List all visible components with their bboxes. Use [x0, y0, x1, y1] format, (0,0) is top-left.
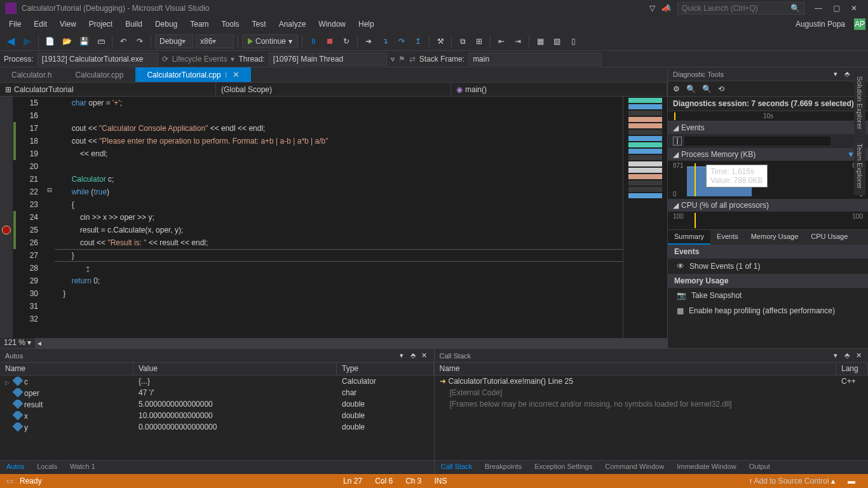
menu-tools[interactable]: Tools — [215, 18, 246, 30]
bottom-tab-command-window[interactable]: Command Window — [599, 461, 670, 474]
indent-less[interactable]: ⇤ — [494, 34, 508, 48]
tool-btn-1[interactable]: ⧉ — [456, 34, 470, 48]
autos-grid[interactable]: ▷c{...}Calculatoroper47 '/'charresult5.0… — [0, 376, 434, 460]
memory-chart[interactable]: 871 871 0 0 Time: 1.615s Value: 788.0KB — [668, 161, 868, 199]
callstack-close[interactable]: ✕ — [854, 351, 863, 360]
step-over-button[interactable]: ↷ — [395, 34, 409, 48]
callstack-pin[interactable]: ⬘ — [843, 351, 851, 360]
fold-margin[interactable]: ⊟ — [44, 97, 55, 338]
bottom-tab-autos[interactable]: Autos — [0, 461, 31, 474]
nav-back[interactable]: ◀ — [4, 34, 18, 48]
callstack-row[interactable]: ➜CalculatorTutorial.exe!main() Line 25C+… — [435, 376, 869, 387]
flag-threads[interactable]: ▿ — [391, 55, 395, 64]
menu-edit[interactable]: Edit — [27, 18, 53, 30]
menu-window[interactable]: Window — [312, 18, 352, 30]
menu-help[interactable]: Help — [352, 18, 381, 30]
menu-build[interactable]: Build — [119, 18, 149, 30]
function-combo[interactable]: ◉main() — [451, 83, 667, 96]
diag-tab-cpu-usage[interactable]: CPU Usage — [804, 230, 854, 245]
new-project-button[interactable]: 📄 — [43, 34, 57, 48]
autos-pin[interactable]: ⬘ — [409, 351, 417, 360]
menu-analyze[interactable]: Analyze — [273, 18, 313, 30]
autos-row[interactable]: x10.000000000000000double — [0, 410, 434, 421]
bottom-tab-breakpoints[interactable]: Breakpoints — [478, 461, 528, 474]
toggle-threads[interactable]: ⇄ — [409, 55, 416, 64]
feedback-icon[interactable]: 📣 — [661, 4, 671, 13]
minimap[interactable] — [623, 97, 667, 338]
cpu-chart[interactable]: 100 100 — [668, 212, 868, 229]
autos-row[interactable]: y0.00000000000000000double — [0, 421, 434, 433]
process-combo[interactable]: [19132] CalculatorTutorial.exe — [37, 53, 158, 65]
user-name[interactable]: Augustin Popa — [796, 20, 850, 29]
bottom-tab-output[interactable]: Output — [743, 461, 776, 474]
close-button[interactable]: ✕ — [845, 4, 863, 13]
autos-close[interactable]: ✕ — [420, 351, 429, 360]
diag-tab-events[interactable]: Events — [710, 230, 745, 245]
callstack-row[interactable]: [External Code] — [435, 387, 869, 398]
bookmark-button[interactable]: ▯ — [566, 34, 580, 48]
diag-timeline[interactable]: 10s — [668, 111, 868, 121]
user-avatar[interactable]: AP — [854, 18, 865, 30]
thread-combo[interactable]: [10976] Main Thread — [269, 53, 387, 65]
gear-icon[interactable]: ⚙ — [673, 85, 680, 93]
stop-button[interactable] — [323, 34, 337, 48]
solution-explorer-tab[interactable]: Solution Explorer — [854, 70, 865, 136]
comment-button[interactable]: ▦ — [533, 34, 547, 48]
quick-launch-input[interactable] — [682, 4, 790, 13]
heap-profiling-link[interactable]: ▦Enable heap profiling (affects performa… — [668, 303, 868, 318]
horizontal-scrollbar[interactable]: 121 % ▾ ◂ — [0, 338, 667, 348]
zoom-level[interactable]: 121 % ▾ — [0, 338, 35, 348]
indent-more[interactable]: ⇥ — [511, 34, 525, 48]
memory-header[interactable]: ◢Process Memory (KB)▼ — [668, 148, 868, 161]
diag-tab-memory-usage[interactable]: Memory Usage — [745, 230, 805, 245]
step-into-button[interactable]: ↴ — [378, 34, 392, 48]
tab-Calculator-cpp[interactable]: Calculator.cpp — [64, 67, 135, 82]
autos-row[interactable]: ▷c{...}Calculator — [0, 376, 434, 387]
autos-row[interactable]: result5.0000000000000000double — [0, 398, 434, 410]
tool-btn-2[interactable]: ⊞ — [472, 34, 486, 48]
redo-button[interactable]: ↷ — [133, 34, 147, 48]
break-all-button[interactable]: ⏸ — [306, 34, 320, 48]
nav-fwd[interactable]: ▶ — [20, 34, 34, 48]
maximize-button[interactable]: ▢ — [827, 4, 845, 13]
open-file-button[interactable]: 📂 — [60, 34, 74, 48]
menu-debug[interactable]: Debug — [149, 18, 184, 30]
cpu-header[interactable]: ◢CPU (% of all processors) — [668, 199, 868, 212]
reset-zoom-icon[interactable]: ⟲ — [718, 85, 724, 93]
scope-combo[interactable]: (Global Scope) — [216, 83, 451, 96]
stackframe-combo[interactable]: main — [468, 53, 602, 65]
callstack-dropdown[interactable]: ▾ — [831, 351, 840, 360]
flag-icon[interactable]: ▽ — [649, 4, 655, 13]
minimize-button[interactable]: — — [810, 4, 827, 13]
diag-tab-summary[interactable]: Summary — [668, 230, 710, 245]
bottom-tab-call-stack[interactable]: Call Stack — [435, 461, 479, 474]
menu-view[interactable]: View — [53, 18, 83, 30]
callstack-grid[interactable]: ➜CalculatorTutorial.exe!main() Line 25C+… — [435, 376, 869, 460]
breakpoint-margin[interactable] — [0, 97, 13, 338]
zoom-out-icon[interactable]: 🔍 — [702, 85, 712, 93]
filter-threads[interactable]: ⚑ — [398, 55, 405, 64]
lifecycle-label[interactable]: Lifecycle Events — [172, 55, 227, 64]
autos-row[interactable]: oper47 '/'char — [0, 387, 434, 398]
tab-CalculatorTutorial-cpp[interactable]: CalculatorTutorial.cpp⟟✕ — [135, 67, 251, 82]
lifecycle-icon[interactable]: ⟳ — [162, 55, 168, 64]
project-combo[interactable]: ⊞CalculatorTutorial — [0, 83, 216, 96]
events-header[interactable]: ◢Events — [668, 121, 868, 134]
take-snapshot-link[interactable]: 📷Take Snapshot — [668, 288, 868, 303]
notifications-button[interactable]: ▬ — [841, 477, 862, 485]
panel-pin[interactable]: ⬘ — [843, 70, 851, 79]
menu-project[interactable]: Project — [83, 18, 119, 30]
team-explorer-tab[interactable]: Team Explorer — [854, 137, 865, 195]
code-editor[interactable]: 151617181920212223242526272829303132 ⊟ c… — [0, 97, 667, 338]
restart-button[interactable]: ↻ — [339, 34, 353, 48]
quick-launch[interactable]: 🔍 — [677, 2, 804, 15]
step-out-button[interactable]: ↥ — [411, 34, 425, 48]
bottom-tab-immediate-window[interactable]: Immediate Window — [670, 461, 743, 474]
breakpoint-icon[interactable] — [2, 226, 11, 234]
menu-file[interactable]: File — [3, 18, 27, 30]
show-next-statement[interactable]: ➜ — [362, 34, 376, 48]
undo-button[interactable]: ↶ — [116, 34, 130, 48]
code-content[interactable]: char oper = '+'; cout << "Calculator Con… — [55, 97, 623, 338]
menu-team[interactable]: Team — [184, 18, 215, 30]
save-all-button[interactable]: 🗃 — [94, 34, 108, 48]
